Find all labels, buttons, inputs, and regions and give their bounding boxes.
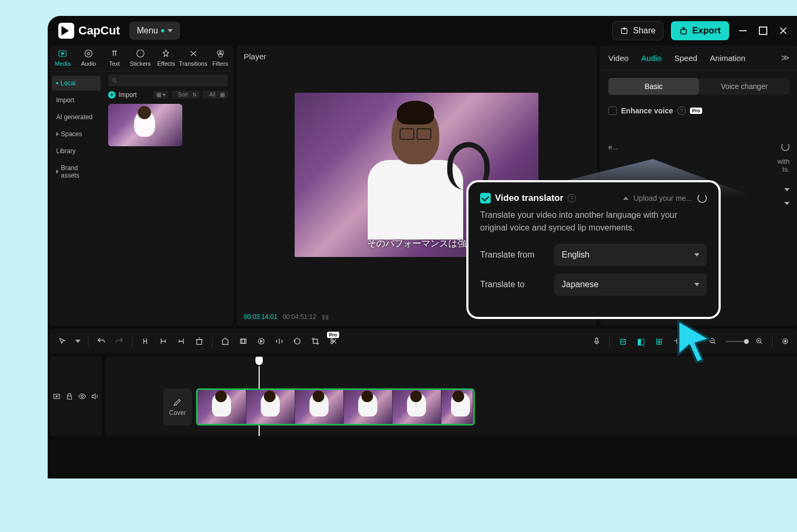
view-grid-button[interactable]: ▦ ▾ [153,91,169,99]
track-toggle-2[interactable]: ◧ [635,336,646,347]
frame-button[interactable] [238,336,249,347]
media-search-input[interactable] [108,75,228,86]
share-icon [620,26,628,35]
track-toggle-1[interactable]: ⊟ [617,336,628,347]
playhead-handle[interactable] [254,356,264,366]
selection-tool-button[interactable] [57,336,68,347]
redo-button[interactable] [114,336,125,347]
svg-rect-18 [596,338,598,342]
sidebar-item-local[interactable]: Local [52,76,101,91]
preview-toggle-icon[interactable] [52,392,61,401]
sidebar-item-spaces[interactable]: Spaces [52,127,101,141]
subtab-basic[interactable]: Basic [608,78,699,95]
popover-header: Video translator ? Upload your me... [480,193,707,203]
split-button[interactable] [140,336,150,347]
eye-icon[interactable] [78,392,86,401]
svg-rect-26 [67,396,72,399]
menu-label: Menu [137,26,158,36]
import-plus-icon: + [108,91,116,99]
subtab-voice-changer[interactable]: Voice changer [699,78,790,95]
video-clip[interactable] [196,388,475,425]
enhance-voice-checkbox[interactable] [608,107,617,115]
reset-icon[interactable] [697,193,707,203]
clip-frame [198,390,246,424]
sidebar-item-import[interactable]: Import [52,93,101,108]
chevron-up-icon[interactable] [623,197,628,200]
trim-right-button[interactable] [176,336,187,347]
sidebar-item-brand[interactable]: Brand assets [52,161,101,183]
window-maximize-button[interactable] [757,24,769,37]
track-toggle-3[interactable]: ⊞ [653,336,664,347]
marker-button[interactable] [220,336,231,347]
mic-button[interactable] [591,336,602,347]
trim-left-button[interactable] [158,336,169,347]
app-logo: CapCut [58,23,120,39]
svg-point-10 [112,78,116,82]
clip-frame [344,390,393,424]
video-translator-checkbox[interactable] [480,193,491,203]
undo-button[interactable] [96,336,107,347]
tab-media[interactable]: Media [50,46,76,71]
mirror-button[interactable] [274,336,285,347]
enhance-voice-label: Enhance voice [621,107,673,115]
svg-marker-15 [261,340,262,342]
tab-speed[interactable]: Speed [674,54,697,63]
zoom-slider[interactable] [725,341,747,342]
svg-marker-3 [62,52,65,55]
tab-audio[interactable]: Audio [76,46,102,71]
cover-button[interactable]: Cover [163,388,192,425]
delete-button[interactable] [194,336,205,347]
import-controls: ▦ ▾ Sort ⇅ All ▦ [153,91,228,99]
info-icon[interactable]: ? [677,107,686,115]
selection-dropdown[interactable] [75,340,81,343]
svg-point-6 [137,50,144,57]
window-minimize-button[interactable] [737,24,749,37]
tab-stickers[interactable]: Stickers [127,46,153,71]
info-icon[interactable]: ? [568,194,576,202]
svg-point-16 [331,339,333,341]
current-time: 00:03:14:01 [244,313,277,321]
translate-from-select[interactable]: English [554,244,707,266]
inspector-tabs: Video Audio Speed Animation ≫ [600,46,797,70]
sort-button[interactable]: Sort ⇅ [172,91,200,99]
left-body: Local Import AI generated Spaces Library… [50,72,233,326]
tab-filters[interactable]: Filters [207,46,233,71]
crop-button[interactable] [310,336,321,347]
effects-icon [161,49,171,58]
rotate-button[interactable] [292,336,303,347]
tab-video[interactable]: Video [608,54,628,63]
svg-rect-12 [241,339,246,343]
lock-icon[interactable] [65,392,74,401]
smart-tool-button[interactable]: Pro [328,336,339,347]
tabs-overflow-button[interactable]: ≫ [781,53,790,63]
svg-point-9 [218,53,223,57]
sidebar-item-ai[interactable]: AI generated [52,110,101,125]
player-title: Player [244,52,589,61]
speaker-icon[interactable] [91,392,99,401]
upload-hint[interactable]: Upload your me... [634,194,693,202]
reset-icon[interactable] [781,143,790,151]
record-button[interactable] [256,336,267,347]
pro-badge: Pro [690,108,702,114]
zoom-in-button[interactable] [754,336,765,347]
zoom-fit-button[interactable] [780,336,791,347]
timeline-body[interactable]: Cover [105,357,797,436]
tab-text[interactable]: Text [102,46,128,71]
menu-button[interactable]: Menu [129,22,180,40]
translate-to-select[interactable]: Japanese [554,273,707,296]
tab-audio-inspector[interactable]: Audio [641,54,661,63]
timeline-track-row: Cover [163,388,475,425]
translate-from-label: Translate from [480,250,554,260]
sidebar-item-library[interactable]: Library [52,144,101,158]
tab-animation[interactable]: Animation [710,54,746,63]
chevron-down-icon [694,283,699,286]
share-button[interactable]: Share [612,21,663,40]
window-close-button[interactable] [777,24,790,37]
tab-effects[interactable]: Effects [153,46,179,71]
player-time: 00:03:14:01 00:04:51:12 ▮▮ [244,313,329,321]
tab-transitions[interactable]: Transitions [179,46,207,71]
export-button[interactable]: Export [671,21,729,40]
filter-all-button[interactable]: All ▦ [203,91,228,99]
media-thumbnail[interactable] [108,104,182,146]
import-chip[interactable]: + Import [108,91,137,99]
